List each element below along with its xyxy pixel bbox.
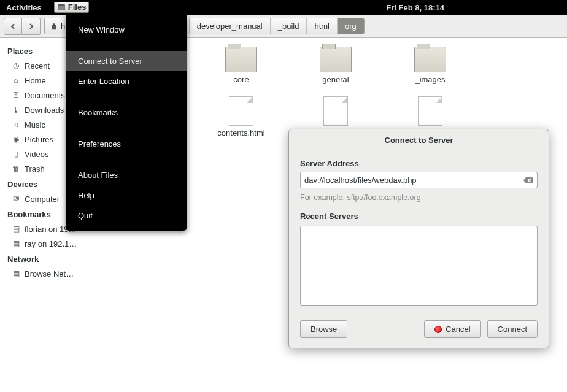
- forward-button[interactable]: [22, 18, 40, 35]
- sidebar-item[interactable]: ▤ray on 192.1…: [2, 236, 90, 251]
- sidebar-item-label: Videos: [25, 150, 49, 159]
- network-header: Network: [2, 251, 90, 266]
- file-label: _images: [415, 75, 445, 84]
- browse-button[interactable]: Browse: [300, 320, 347, 338]
- document-icon: [323, 96, 348, 126]
- sidebar-item-label: Trash: [25, 164, 45, 174]
- music-icon: ♫: [11, 120, 21, 129]
- sidebar-item-label: Recent: [25, 61, 50, 71]
- recent-icon: ◷: [11, 61, 21, 71]
- documents-icon: 🖹: [11, 90, 21, 100]
- server-address-input[interactable]: [304, 175, 523, 185]
- pictures-icon: ◉: [11, 134, 21, 144]
- svg-rect-1: [58, 4, 65, 6]
- recent-servers-label: Recent Servers: [300, 212, 538, 221]
- sidebar-item-label: Computer: [25, 194, 60, 204]
- menu-item-new-window[interactable]: New Window: [66, 20, 187, 40]
- network-icon: ▤: [11, 269, 21, 279]
- server-address-hint: For example, sftp://foo.example.org: [300, 193, 538, 202]
- connect-button[interactable]: Connect: [487, 320, 538, 338]
- sidebar-item-label: Downloads: [25, 106, 64, 115]
- clock[interactable]: Fri Feb 8, 18:14: [386, 3, 444, 12]
- stop-icon: [434, 326, 442, 333]
- folder-icon: [320, 47, 352, 72]
- server-address-label: Server Address: [300, 159, 538, 168]
- remote-icon: ▤: [11, 224, 21, 234]
- breadcrumb-segment[interactable]: org: [338, 18, 364, 34]
- folder-item[interactable]: general: [288, 47, 383, 84]
- activities-button[interactable]: Activities: [6, 3, 42, 12]
- sidebar-item[interactable]: ▤Browse Net…: [2, 266, 90, 281]
- file-item[interactable]: contents.html: [194, 96, 288, 137]
- connect-to-server-dialog: Connect to Server Server Address For exa…: [288, 129, 549, 348]
- trash-icon: 🗑: [11, 164, 21, 174]
- breadcrumb-segment[interactable]: developer_manual: [190, 18, 271, 34]
- breadcrumb-segment[interactable]: html: [307, 18, 338, 34]
- folder-icon: [225, 47, 257, 72]
- menu-item-preferences[interactable]: Preferences: [66, 134, 187, 154]
- menu-item-enter-location[interactable]: Enter Location: [66, 71, 187, 91]
- sidebar-item-label: Home: [25, 76, 46, 85]
- document-icon: [418, 96, 442, 126]
- top-panel: Activities Files Fri Feb 8, 18:14: [0, 0, 567, 15]
- app-menu: New WindowConnect to ServerEnter Locatio…: [66, 15, 187, 231]
- folder-icon: [414, 47, 446, 72]
- menu-item-help[interactable]: Help: [66, 185, 187, 206]
- sidebar-item-label: Documents: [25, 91, 65, 100]
- remote-icon: ▤: [11, 239, 21, 248]
- sidebar-item-label: Pictures: [25, 135, 53, 144]
- clear-input-icon[interactable]: [523, 176, 533, 185]
- folder-item[interactable]: _images: [383, 47, 477, 84]
- files-icon: [57, 3, 66, 12]
- folder-item[interactable]: core: [194, 47, 288, 84]
- cancel-button[interactable]: Cancel: [424, 320, 480, 338]
- file-label: general: [322, 75, 349, 84]
- drive-icon: 🖳: [11, 194, 21, 204]
- recent-servers-list[interactable]: [300, 226, 538, 306]
- dialog-title: Connect to Server: [289, 129, 549, 150]
- file-label: contents.html: [217, 128, 264, 137]
- sidebar-item-label: ray on 192.1…: [25, 239, 77, 248]
- menu-item-quit[interactable]: Quit: [66, 206, 187, 226]
- menu-item-bookmarks[interactable]: Bookmarks: [66, 102, 187, 123]
- videos-icon: ▯: [11, 149, 21, 159]
- home-icon: ⌂: [11, 75, 21, 85]
- menu-item-about-files[interactable]: About Files: [66, 165, 187, 185]
- menu-item-connect-to-server[interactable]: Connect to Server: [66, 51, 187, 71]
- downloads-icon: ⭳: [11, 105, 21, 115]
- breadcrumb-segment[interactable]: _build: [271, 18, 307, 34]
- document-icon: [229, 96, 253, 126]
- sidebar-item-label: Music: [25, 120, 45, 129]
- file-label: core: [233, 75, 249, 84]
- back-button[interactable]: [4, 18, 22, 35]
- sidebar-item-label: Browse Net…: [25, 269, 74, 279]
